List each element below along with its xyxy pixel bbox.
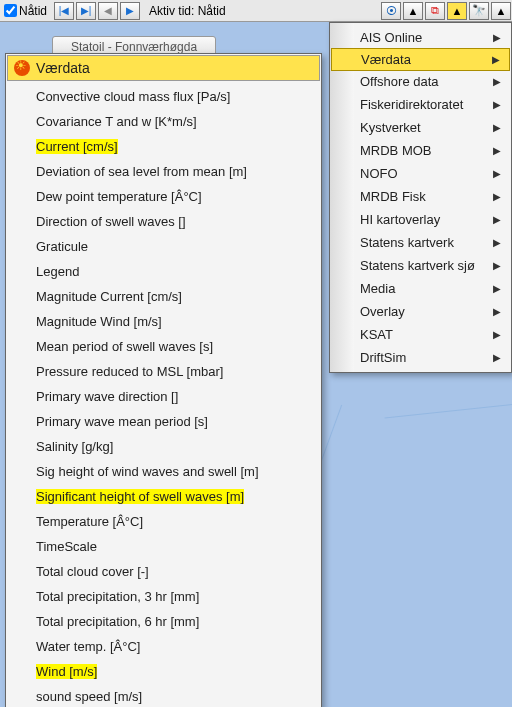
submenu-item[interactable]: Significant height of swell waves [m]	[32, 484, 321, 509]
context-menu-item[interactable]: Fiskeridirektoratet▶	[330, 93, 511, 116]
context-menu-item[interactable]: Statens kartverk▶	[330, 231, 511, 254]
submenu-item[interactable]: Wind [m/s]	[32, 659, 321, 684]
submenu-item-label: Graticule	[36, 239, 88, 254]
submenu-item[interactable]: Graticule	[32, 234, 321, 259]
context-menu-item[interactable]: KSAT▶	[330, 323, 511, 346]
context-menu-item-label: Statens kartverk	[360, 235, 454, 250]
context-menu-item-label: Fiskeridirektoratet	[360, 97, 463, 112]
context-menu-item[interactable]: Værdata▶	[331, 48, 510, 71]
submenu-item[interactable]: sound speed [m/s]	[32, 684, 321, 707]
context-menu-item-label: Værdata	[361, 52, 411, 67]
submenu-items: Convective cloud mass flux [Pa/s]Covaria…	[6, 82, 321, 707]
submenu-item-label: Total precipitation, 3 hr [mm]	[36, 589, 199, 604]
submenu-item[interactable]: Pressure reduced to MSL [mbar]	[32, 359, 321, 384]
chevron-right-icon: ▶	[493, 237, 501, 248]
chevron-right-icon: ▶	[493, 214, 501, 225]
submenu-item[interactable]: Water temp. [Â°C]	[32, 634, 321, 659]
context-menu-item[interactable]: Statens kartverk sjø▶	[330, 254, 511, 277]
submenu-item-label: Total cloud cover [-]	[36, 564, 149, 579]
submenu-header[interactable]: Værdata	[7, 55, 320, 81]
submenu-item[interactable]: Magnitude Current [cm/s]	[32, 284, 321, 309]
context-menu-item[interactable]: Offshore data▶	[330, 70, 511, 93]
submenu-item-label: Magnitude Current [cm/s]	[36, 289, 182, 304]
natid-checkbox[interactable]	[4, 4, 17, 17]
chevron-right-icon: ▶	[493, 191, 501, 202]
context-menu-item-label: Media	[360, 281, 395, 296]
submenu-item[interactable]: TimeScale	[32, 534, 321, 559]
submenu-item-label: Significant height of swell waves [m]	[36, 489, 244, 504]
submenu-item[interactable]: Sig height of wind waves and swell [m]	[32, 459, 321, 484]
nav-first-button[interactable]: |◀	[54, 2, 74, 20]
context-menu-item[interactable]: NOFO▶	[330, 162, 511, 185]
chevron-right-icon: ▶	[493, 352, 501, 363]
submenu-item-label: Water temp. [Â°C]	[36, 639, 140, 654]
context-menu-item-label: HI kartoverlay	[360, 212, 440, 227]
submenu-item[interactable]: Current [cm/s]	[32, 134, 321, 159]
context-menu-item[interactable]: MRDB Fisk▶	[330, 185, 511, 208]
context-menu-items: AIS Online▶Værdata▶Offshore data▶Fiskeri…	[330, 23, 511, 372]
toolbar-icon-6[interactable]: ▲	[491, 2, 511, 20]
toolbar-icon-2[interactable]: ▲	[403, 2, 423, 20]
context-menu-item[interactable]: DriftSim▶	[330, 346, 511, 369]
chevron-right-icon: ▶	[493, 329, 501, 340]
chevron-right-icon: ▶	[493, 168, 501, 179]
submenu-item-label: Covariance T and w [K*m/s]	[36, 114, 197, 129]
submenu-item[interactable]: Total precipitation, 6 hr [mm]	[32, 609, 321, 634]
context-menu: AIS Online▶Værdata▶Offshore data▶Fiskeri…	[329, 22, 512, 373]
toolbar-icon-1[interactable]: ⦿	[381, 2, 401, 20]
submenu-header-label: Værdata	[36, 60, 90, 76]
context-menu-item-label: Statens kartverk sjø	[360, 258, 475, 273]
context-menu-item[interactable]: AIS Online▶	[330, 26, 511, 49]
submenu-item-label: Pressure reduced to MSL [mbar]	[36, 364, 223, 379]
context-menu-item[interactable]: Overlay▶	[330, 300, 511, 323]
natid-label: Nåtid	[19, 4, 47, 18]
submenu-item[interactable]: Total precipitation, 3 hr [mm]	[32, 584, 321, 609]
toolbar-left: Nåtid |◀ ▶| ◀ ▶ Aktiv tid: Nåtid	[0, 0, 226, 21]
submenu-item-label: Primary wave mean period [s]	[36, 414, 208, 429]
submenu-item-label: Mean period of swell waves [s]	[36, 339, 213, 354]
submenu-item[interactable]: Covariance T and w [K*m/s]	[32, 109, 321, 134]
nav-next-button[interactable]: ▶	[120, 2, 140, 20]
submenu-item[interactable]: Magnitude Wind [m/s]	[32, 309, 321, 334]
chevron-right-icon: ▶	[493, 260, 501, 271]
submenu-item[interactable]: Temperature [Â°C]	[32, 509, 321, 534]
context-menu-item[interactable]: HI kartoverlay▶	[330, 208, 511, 231]
chevron-right-icon: ▶	[493, 122, 501, 133]
chevron-right-icon: ▶	[493, 76, 501, 87]
submenu-item[interactable]: Legend	[32, 259, 321, 284]
submenu-item[interactable]: Mean period of swell waves [s]	[32, 334, 321, 359]
chevron-right-icon: ▶	[493, 32, 501, 43]
toolbar-icon-4[interactable]: ▲	[447, 2, 467, 20]
chevron-right-icon: ▶	[493, 145, 501, 156]
submenu-item[interactable]: Deviation of sea level from mean [m]	[32, 159, 321, 184]
submenu-item-label: Deviation of sea level from mean [m]	[36, 164, 247, 179]
nav-prev-button[interactable]: ◀	[98, 2, 118, 20]
submenu-item[interactable]: Dew point temperature [Â°C]	[32, 184, 321, 209]
context-menu-item-label: AIS Online	[360, 30, 422, 45]
toolbar-icon-3[interactable]: ⧉	[425, 2, 445, 20]
context-menu-item-label: MRDB Fisk	[360, 189, 426, 204]
submenu-item[interactable]: Primary wave direction []	[32, 384, 321, 409]
submenu-item[interactable]: Primary wave mean period [s]	[32, 409, 321, 434]
submenu-item-label: Current [cm/s]	[36, 139, 118, 154]
context-menu-item-label: Kystverket	[360, 120, 421, 135]
submenu-item[interactable]: Salinity [g/kg]	[32, 434, 321, 459]
context-menu-item[interactable]: MRDB MOB▶	[330, 139, 511, 162]
context-menu-item-label: Overlay	[360, 304, 405, 319]
submenu-item-label: Total precipitation, 6 hr [mm]	[36, 614, 199, 629]
chevron-right-icon: ▶	[493, 283, 501, 294]
submenu-item[interactable]: Total cloud cover [-]	[32, 559, 321, 584]
weather-icon	[14, 60, 30, 76]
submenu-item[interactable]: Convective cloud mass flux [Pa/s]	[32, 84, 321, 109]
submenu-item[interactable]: Direction of swell waves []	[32, 209, 321, 234]
context-menu-item[interactable]: Kystverket▶	[330, 116, 511, 139]
context-menu-item-label: KSAT	[360, 327, 393, 342]
context-menu-item[interactable]: Media▶	[330, 277, 511, 300]
chevron-right-icon: ▶	[492, 54, 500, 65]
nav-last-button[interactable]: ▶|	[76, 2, 96, 20]
context-menu-item-label: Offshore data	[360, 74, 439, 89]
context-menu-item-label: NOFO	[360, 166, 398, 181]
submenu-item-label: Salinity [g/kg]	[36, 439, 113, 454]
binoculars-icon[interactable]: 🔭	[469, 2, 489, 20]
submenu-item-label: Wind [m/s]	[36, 664, 97, 679]
